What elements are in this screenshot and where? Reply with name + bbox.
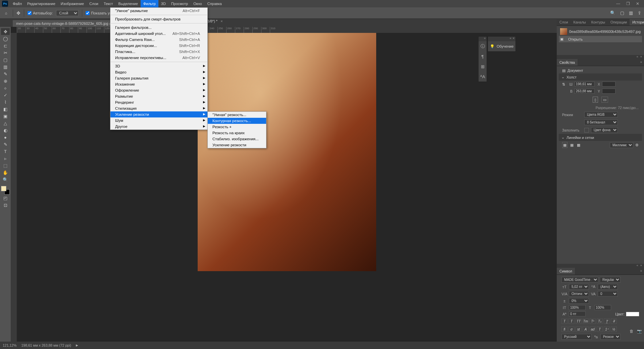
tool-20[interactable]: ✋ [1,169,10,176]
pixel-grid-icon[interactable]: ▩ [576,142,581,148]
menu-item[interactable]: Пластика...Shift+Ctrl+X [110,49,207,55]
tool-7[interactable]: ⊕ [1,78,10,84]
tool-8[interactable]: ⟐ [1,85,10,91]
tool-1[interactable]: ◯ [1,35,10,42]
menu-item[interactable]: Рендеринг▶ [110,99,207,105]
quickmask-icon[interactable]: ◰ [1,195,10,201]
collapse-icon[interactable]: « [510,37,511,41]
submenu-item[interactable]: Резкость на краях [208,130,266,136]
close-icon[interactable]: ✕ [636,1,639,6]
menu-item[interactable]: Усиление резкости▶ [110,111,207,117]
panel-tab-Операции[interactable]: Операции [608,19,630,26]
collapse-icon[interactable]: « [637,55,638,59]
workspace-icon[interactable]: ▥ [629,10,633,15]
collapse-icon[interactable]: « [637,264,638,268]
paragraph-icon[interactable]: ¶ [479,51,487,61]
menu-просмотр[interactable]: Просмотр [168,0,191,7]
tool-15[interactable]: ● [1,134,10,141]
history-step[interactable]: ▣ Открыть [559,36,642,42]
menu-item[interactable]: Галерея размытия▶ [110,75,207,81]
fill-swatch[interactable] [584,128,589,133]
minimize-icon[interactable]: — [616,1,620,6]
tool-14[interactable]: ◐ [1,127,10,134]
tool-16[interactable]: ✎ [1,141,10,148]
autoselect-checkbox[interactable]: Автовыбор: [28,11,53,15]
canvas-area[interactable] [17,33,557,342]
color-swatch[interactable] [626,312,639,316]
tracking[interactable]: Оптически ... [569,291,589,297]
tool-13[interactable]: △ [1,120,10,127]
italic-btn[interactable]: T [568,318,575,324]
menu-item[interactable]: Галерея фильтров... [110,24,207,31]
color-swatches[interactable] [1,186,10,195]
aa-select[interactable]: Резкое [600,334,621,340]
menu-item[interactable]: Другое▶ [110,123,207,130]
guides-section[interactable]: ⌄Линейки и сетки [559,134,642,141]
tool-5[interactable]: ▥ [1,63,10,70]
portrait-icon[interactable]: ▯ [593,97,598,103]
snapshot-icon[interactable]: 📷 [637,329,642,334]
submenu-item[interactable]: Усиление резкости [208,142,266,148]
width-input[interactable] [575,82,595,87]
history-source[interactable]: 0ead389d8ea606e499600b438c52b497.jpg [559,27,642,36]
close-icon[interactable]: × [640,55,642,59]
font-style[interactable]: Regular [600,277,621,283]
arrange-icon[interactable]: ▢ [620,10,624,15]
submenu-item[interactable]: Стабилиз. изображения... [208,136,266,142]
menu-3d[interactable]: 3D [158,0,168,7]
units-select[interactable]: Миллиме... [610,142,633,148]
submenu-item[interactable]: Контурная резкость... [208,118,266,124]
menu-item[interactable]: "Умное" размытиеAlt+Ctrl+F [110,8,207,14]
super-btn[interactable]: T¹ [590,318,596,324]
tool-2[interactable]: ⊏ [1,42,10,49]
menu-выделение[interactable]: Выделение [116,0,141,7]
menu-item[interactable]: Исправление перспективы...Alt+Ctrl+V [110,55,207,61]
gear-icon[interactable]: ⚙ [635,143,639,147]
panel-menu-icon[interactable]: ≡ [638,59,644,66]
caps-btn[interactable]: TT [576,318,582,324]
kerning[interactable]: 0 [598,291,618,297]
font-size[interactable]: 5,02 пт [569,284,589,290]
home-icon[interactable]: ⌂ [3,10,9,16]
mode-select[interactable]: Цвета RGB [584,112,618,117]
landscape-icon[interactable]: ▭ [601,97,608,103]
maximize-icon[interactable]: ❐ [626,1,630,6]
submenu-item[interactable]: Резкость + [208,124,266,130]
menu-окно[interactable]: Окно [191,0,205,7]
trash-icon[interactable]: 🗑 [630,329,634,334]
character-icon[interactable]: ᴬA [479,71,487,82]
y-input[interactable] [602,89,615,94]
menu-фильтр[interactable]: Фильтр [141,0,158,7]
vscale[interactable] [569,305,586,310]
font-family[interactable]: MADE GoodTime ... [561,277,598,283]
menu-файл[interactable]: Файл [10,0,24,7]
sub-btn[interactable]: T₁ [597,318,603,324]
guides-icon[interactable]: ▦ [562,142,567,148]
fill-select[interactable]: Цвет фона [591,127,618,133]
tool-6[interactable]: ✎ [1,70,10,77]
tool-3[interactable]: ✂ [1,49,10,56]
tool-11[interactable]: ◧ [1,106,10,112]
grid-icon[interactable]: ▦ [569,142,574,148]
menu-item[interactable]: Стилизация▶ [110,105,207,111]
menu-item[interactable]: Адаптивный широкий угол...Alt+Shift+Ctrl… [110,31,207,37]
menu-слои[interactable]: Слои [87,0,101,7]
leading[interactable]: (Авто) [598,284,618,290]
tool-4[interactable]: ▢ [1,56,10,63]
tool-12[interactable]: ▣ [1,113,10,119]
info-icon[interactable]: ⓘ [479,41,487,51]
panel-menu-icon[interactable]: ≡ [638,268,644,275]
lang-select[interactable]: Русский [561,334,592,340]
strike-btn[interactable]: T̶ [611,318,617,324]
panel-tab-История[interactable]: История [630,19,644,26]
height-input[interactable] [575,89,595,94]
tool-0[interactable]: ✥ [1,28,10,35]
tool-18[interactable]: ▹ [1,155,10,162]
menu-текст[interactable]: Текст [101,0,116,7]
learn-row[interactable]: 💡Обучение [488,41,515,51]
x-input[interactable] [602,82,615,87]
panel-tab-Каналы[interactable]: Каналы [571,19,589,26]
menu-item[interactable]: Фильтр Camera Raw...Shift+Ctrl+A [110,37,207,43]
tool-21[interactable]: 🔍 [1,176,10,183]
smallcaps-btn[interactable]: Tт [583,318,589,324]
